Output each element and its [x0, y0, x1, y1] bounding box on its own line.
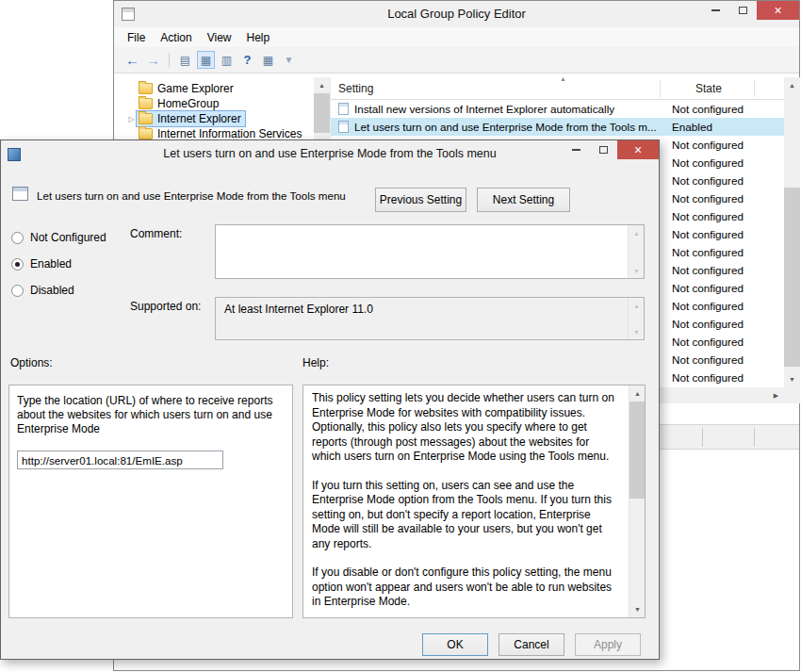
window-title: Local Group Policy Editor — [114, 1, 799, 27]
setting-state: Not configured — [672, 189, 744, 207]
setting-state: Not configured — [672, 207, 744, 225]
minimize-button[interactable] — [563, 140, 590, 159]
column-header-state[interactable]: State — [695, 77, 722, 100]
vertical-scrollbar[interactable]: ▲ ▼ — [784, 77, 800, 387]
menu-action[interactable]: Action — [153, 29, 199, 46]
cancel-button[interactable]: Cancel — [499, 633, 564, 656]
setting-state: Not configured — [672, 243, 744, 261]
ok-button[interactable]: OK — [422, 633, 488, 656]
chevron-right-icon[interactable]: ▷ — [126, 115, 137, 123]
scroll-up-icon[interactable]: ▲ — [784, 77, 800, 93]
setting-state: Enabled — [672, 118, 712, 136]
tree-item-homegroup[interactable]: HomeGroup — [122, 96, 222, 111]
scroll-right-icon[interactable]: ▶ — [768, 387, 784, 403]
column-header-setting[interactable]: Setting — [338, 77, 373, 100]
scroll-down-icon: ▼ — [629, 324, 645, 340]
menu-view[interactable]: View — [200, 29, 239, 46]
tree-item-game-explorer[interactable]: Game Explorer — [122, 81, 237, 96]
setting-name: Let users turn on and use Enterprise Mod… — [354, 118, 658, 136]
scroll-up-icon[interactable]: ▲ — [629, 385, 646, 402]
radio-label: Not Configured — [30, 231, 106, 244]
folder-icon — [139, 128, 153, 139]
scroll-down-icon[interactable]: ▼ — [629, 601, 646, 617]
filter-icon[interactable]: ▼ — [280, 51, 298, 69]
scrollbar-thumb[interactable] — [314, 93, 330, 133]
dialog-title-bar[interactable]: Let users turn on and use Enterprise Mod… — [1, 140, 659, 168]
forward-icon[interactable]: → — [144, 51, 162, 69]
folder-icon — [139, 83, 153, 94]
tree-item-label: Game Explorer — [157, 82, 234, 95]
toolbar: ← → ▤ ▦ ▥ ? ▦ ▼ — [114, 47, 799, 74]
radio-label: Disabled — [30, 284, 74, 297]
maximize-icon — [739, 7, 747, 14]
next-setting-button[interactable]: Next Setting — [477, 188, 570, 212]
setting-state: Not configured — [672, 351, 744, 369]
standard-view-icon[interactable]: ▦ — [259, 51, 277, 69]
apply-button[interactable]: Apply — [575, 633, 641, 656]
scroll-up-icon[interactable]: ▲ — [314, 77, 330, 93]
scroll-up-icon: ▲ — [629, 225, 645, 241]
radio-not-configured[interactable]: Not Configured — [11, 230, 106, 245]
table-row[interactable]: Install new versions of Internet Explore… — [331, 100, 785, 118]
comment-input[interactable]: ▲ ▼ — [215, 224, 645, 279]
close-icon: × — [634, 142, 642, 157]
supported-on-box: At least Internet Explorer 11.0 ▲ ▼ — [215, 297, 645, 340]
help-scrollbar[interactable]: ▲ ▼ — [629, 385, 645, 617]
scroll-down-icon: ▼ — [629, 263, 645, 279]
comment-scrollbar: ▲ ▼ — [628, 225, 644, 278]
menu-file[interactable]: File — [120, 29, 153, 46]
title-bar[interactable]: Local Group Policy Editor × — [114, 1, 799, 27]
help-label: Help: — [302, 356, 329, 369]
minimize-button[interactable] — [702, 1, 729, 20]
options-description: Type the location (URL) of where to rece… — [9, 385, 292, 436]
help-icon[interactable]: ? — [238, 51, 256, 69]
up-one-level-icon[interactable]: ▤ — [176, 51, 194, 69]
status-bar-divider — [754, 428, 755, 447]
minimize-icon — [711, 9, 720, 11]
setting-state: Not configured — [672, 369, 744, 386]
radio-icon — [11, 258, 24, 270]
report-url-input[interactable] — [17, 451, 223, 469]
radio-icon — [11, 285, 24, 297]
window-controls: × — [702, 1, 799, 20]
folder-icon — [139, 98, 153, 109]
scrollbar-thumb[interactable] — [629, 402, 645, 499]
help-paragraph: If you turn this setting on, users can s… — [312, 479, 620, 552]
options-label: Options: — [10, 356, 53, 369]
radio-disabled[interactable]: Disabled — [11, 283, 74, 298]
previous-setting-button[interactable]: Previous Setting — [375, 188, 466, 212]
column-divider[interactable] — [660, 80, 661, 97]
setting-state: Not configured — [672, 279, 744, 297]
setting-state: Not configured — [672, 100, 744, 118]
help-paragraph: If you disable or don't configure this p… — [312, 565, 620, 610]
scroll-down-icon[interactable]: ▼ — [784, 371, 800, 387]
policy-setting-name: Let users turn on and use Enterprise Mod… — [37, 189, 372, 202]
window-controls: × — [563, 140, 659, 159]
setting-state: Not configured — [672, 136, 744, 154]
status-bar-divider — [702, 428, 703, 447]
column-divider[interactable] — [754, 80, 755, 97]
scrollbar-thumb[interactable] — [784, 188, 800, 367]
setting-icon — [338, 103, 349, 115]
policy-icon — [12, 187, 28, 201]
table-row-selected[interactable]: Let users turn on and use Enterprise Mod… — [331, 118, 785, 136]
setting-name: Install new versions of Internet Explore… — [354, 100, 658, 118]
tree-item-label: Internet Information Services — [157, 127, 302, 140]
show-console-tree-icon[interactable]: ▦ — [197, 51, 215, 69]
setting-state: Not configured — [672, 225, 744, 243]
supported-scrollbar: ▲ ▼ — [628, 298, 644, 339]
close-button[interactable]: × — [617, 140, 659, 159]
setting-state: Not configured — [672, 154, 744, 172]
maximize-button[interactable] — [590, 140, 617, 159]
export-list-icon[interactable]: ▥ — [218, 51, 236, 69]
radio-enabled[interactable]: Enabled — [11, 256, 72, 271]
back-icon[interactable]: ← — [123, 51, 141, 69]
setting-state: Not configured — [672, 172, 744, 189]
help-panel: This policy setting lets you decide whet… — [302, 385, 646, 618]
scroll-up-icon: ▲ — [629, 298, 645, 314]
dialog-title: Let users turn on and use Enterprise Mod… — [1, 140, 659, 168]
menu-help[interactable]: Help — [239, 29, 278, 46]
close-button[interactable]: × — [757, 1, 799, 20]
tree-item-internet-explorer[interactable]: ▷ Internet Explorer — [122, 111, 245, 126]
maximize-button[interactable] — [729, 1, 757, 20]
